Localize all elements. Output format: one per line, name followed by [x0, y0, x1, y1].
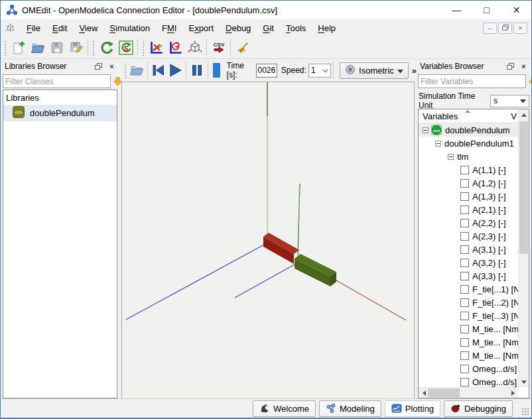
- menu-fmi[interactable]: FMI: [156, 21, 182, 35]
- variable-row[interactable]: M_tie... [Nm]: [419, 349, 518, 362]
- variable-row[interactable]: A(3,2) [-]: [419, 256, 518, 269]
- minimize-icon[interactable]: —: [442, 1, 472, 19]
- plot-variable-checkbox[interactable]: [460, 325, 469, 333]
- dock-float-icon[interactable]: [93, 61, 104, 71]
- re-simulate-icon[interactable]: [97, 38, 116, 57]
- collapse-icon[interactable]: [435, 141, 441, 147]
- plot-variable-checkbox[interactable]: [460, 272, 469, 280]
- variable-row[interactable]: doublePendulum1: [419, 137, 518, 150]
- variable-row[interactable]: Omeg...d/s]: [419, 362, 518, 375]
- play-icon[interactable]: [166, 61, 184, 80]
- dock-float-icon[interactable]: [505, 61, 516, 71]
- variable-row[interactable]: F_tie[...1) [N]: [419, 282, 518, 296]
- variable-row[interactable]: tlm: [419, 150, 518, 163]
- library-item-doublependulum[interactable]: </> doublePendulum: [3, 105, 117, 121]
- pause-icon[interactable]: [188, 61, 206, 80]
- tab-plotting[interactable]: Plotting: [385, 400, 440, 417]
- tab-debugging[interactable]: Debugging: [444, 400, 513, 417]
- scroll-right-icon[interactable]: [507, 388, 518, 398]
- variable-row[interactable]: A(3,1) [-]: [419, 243, 518, 256]
- re-simulate-setup-icon[interactable]: S: [116, 38, 135, 57]
- plot-variable-checkbox[interactable]: [460, 378, 469, 387]
- plot-variable-checkbox[interactable]: [460, 298, 469, 307]
- time-unit-combobox[interactable]: s: [490, 95, 529, 107]
- scroll-down-icon[interactable]: [519, 377, 529, 387]
- plot-variable-checkbox[interactable]: [460, 259, 469, 267]
- plot-variable-checkbox[interactable]: [460, 245, 469, 254]
- close-icon[interactable]: ✕: [501, 1, 531, 19]
- menu-debug[interactable]: Debug: [220, 21, 257, 35]
- plot-variable-checkbox[interactable]: [460, 192, 469, 201]
- dock-close-icon[interactable]: ×: [106, 61, 117, 71]
- menu-simulation[interactable]: Simulation: [103, 21, 156, 35]
- collapse-icon[interactable]: [423, 127, 429, 133]
- speed-combobox[interactable]: 1: [308, 64, 331, 78]
- new-parametric-plot-icon[interactable]: [166, 38, 185, 57]
- animation-viewport[interactable]: [121, 82, 415, 399]
- initialize-icon[interactable]: [150, 61, 167, 80]
- variable-row[interactable]: Omeg...d/s]: [419, 375, 518, 387]
- plot-variable-checkbox[interactable]: [460, 312, 469, 320]
- save-as-icon[interactable]: [66, 38, 86, 57]
- new-animation-window-icon[interactable]: [185, 38, 204, 57]
- menu-git[interactable]: Git: [257, 21, 280, 35]
- plot-variable-checkbox[interactable]: [460, 351, 469, 360]
- variable-row[interactable]: F_tie[...2) [N]: [419, 296, 518, 309]
- toolbar-drag-handle[interactable]: [92, 40, 96, 56]
- plot-variable-checkbox[interactable]: [460, 166, 469, 174]
- menu-edit[interactable]: Edit: [46, 21, 73, 35]
- variable-row[interactable]: F_tie[...3) [N]: [419, 309, 518, 322]
- toolbar-drag-handle[interactable]: [123, 62, 127, 78]
- dock-close-icon[interactable]: ×: [518, 61, 529, 71]
- tab-welcome[interactable]: Welcome: [253, 400, 316, 417]
- filter-options-icon[interactable]: [528, 74, 532, 88]
- toolbar-drag-handle[interactable]: [3, 40, 7, 56]
- open-file-icon[interactable]: [28, 38, 47, 57]
- save-icon[interactable]: [47, 38, 66, 57]
- new-plot-window-icon[interactable]: [147, 38, 166, 57]
- plot-variable-checkbox[interactable]: [460, 206, 469, 214]
- time-input[interactable]: [256, 64, 277, 78]
- clear-plot-icon[interactable]: [233, 38, 252, 57]
- scroll-up-icon[interactable]: [519, 109, 529, 120]
- tab-modeling[interactable]: Modeling: [319, 400, 381, 417]
- variable-row[interactable]: csvdoublePendulum: [419, 123, 518, 137]
- collapse-icon[interactable]: [448, 154, 454, 160]
- variable-row[interactable]: A(2,2) [-]: [419, 216, 518, 229]
- plot-variable-checkbox[interactable]: [460, 232, 469, 241]
- menu-help[interactable]: Help: [312, 21, 342, 35]
- plot-variable-checkbox[interactable]: [460, 219, 469, 227]
- mdi-restore-icon[interactable]: [498, 23, 512, 34]
- variable-row[interactable]: A(1,1) [-]: [419, 163, 518, 176]
- variable-row[interactable]: A(3,3) [-]: [419, 269, 518, 282]
- menu-view[interactable]: View: [73, 21, 103, 35]
- plot-variable-checkbox[interactable]: [460, 365, 469, 373]
- mdi-close-icon[interactable]: ×: [513, 23, 527, 34]
- variable-row[interactable]: A(2,3) [-]: [419, 229, 518, 243]
- plot-variable-checkbox[interactable]: [460, 179, 469, 188]
- vertical-scrollbar[interactable]: [518, 109, 529, 387]
- plot-variable-checkbox[interactable]: [460, 285, 469, 294]
- open-animation-file-icon[interactable]: [128, 61, 145, 80]
- time-slider[interactable]: [213, 63, 220, 78]
- variable-row[interactable]: M_tie... [Nm]: [419, 322, 518, 335]
- toolbar-drag-handle[interactable]: [141, 40, 145, 56]
- horizontal-scrollbar[interactable]: [419, 387, 518, 398]
- menu-tools[interactable]: Tools: [280, 21, 312, 35]
- scrollbar-thumb[interactable]: [428, 389, 460, 397]
- maximize-icon[interactable]: □: [472, 1, 501, 19]
- scrollbar-thumb[interactable]: [519, 121, 528, 254]
- variable-row[interactable]: M_tie... [Nm]: [419, 335, 518, 349]
- mdi-minimize-icon[interactable]: –: [483, 23, 497, 34]
- plot-variable-checkbox[interactable]: [460, 338, 469, 347]
- filter-variables-input[interactable]: [418, 74, 526, 88]
- new-modelica-class-icon[interactable]: [9, 38, 28, 57]
- filter-classes-input[interactable]: [3, 74, 111, 88]
- perspective-dropdown[interactable]: Isometric: [340, 62, 409, 79]
- menu-file[interactable]: File: [21, 21, 46, 35]
- variable-row[interactable]: A(1,3) [-]: [419, 190, 518, 203]
- menu-export[interactable]: Export: [182, 21, 220, 35]
- variable-row[interactable]: A(2,1) [-]: [419, 203, 518, 216]
- export-csv-icon[interactable]: CSV: [209, 38, 228, 57]
- variable-row[interactable]: A(1,2) [-]: [419, 176, 518, 190]
